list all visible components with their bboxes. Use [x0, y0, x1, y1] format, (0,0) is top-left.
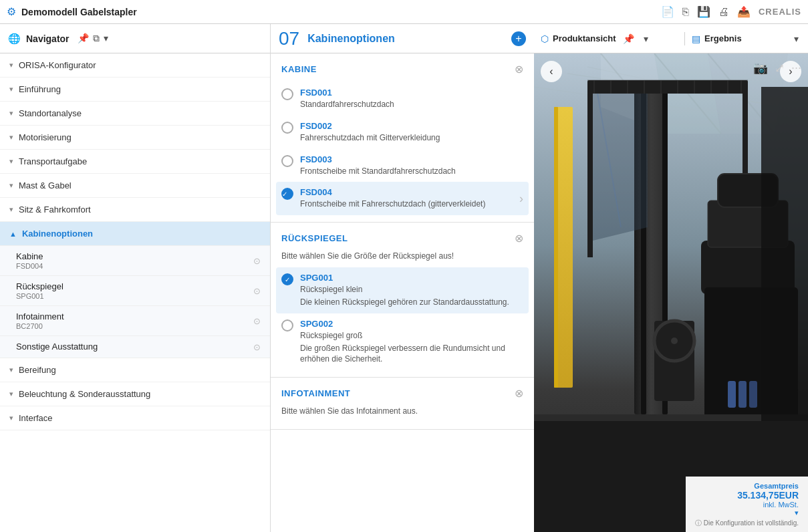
option-content-fsd003: FSD003 Frontscheibe mit Standardfahrersc… [300, 154, 523, 177]
pin-icon[interactable]: 📌 [78, 33, 89, 44]
sidebar-item-interface[interactable]: ▾ Interface [0, 406, 270, 430]
group-close-button[interactable]: ⊗ [515, 232, 523, 245]
price-label: Gesamtpreis [695, 482, 799, 490]
option-code: SPG002 [300, 319, 523, 329]
save-icon[interactable]: 💾 [697, 5, 710, 18]
pin-icon[interactable]: 📌 [620, 32, 637, 45]
sub-item-content: Kabine FSD004 [16, 251, 43, 270]
group-title-ruckspiegel: RÜCKSPIEGEL [281, 233, 348, 243]
svg-rect-24 [728, 381, 736, 408]
sidebar-item-label: Sitz & Fahrkomfort [19, 205, 91, 215]
chevron-down-icon[interactable]: ▾ [641, 32, 651, 45]
option-group-ruckspiegel: RÜCKSPIEGEL ⊗ Bitte wählen Sie die Größe… [271, 223, 534, 378]
sidebar-item-label: Einführung [19, 84, 61, 94]
sidebar-item-standort[interactable]: ▾ Standortanalyse [0, 102, 270, 126]
sub-item-name: Kabine [16, 251, 43, 261]
sub-item-infotainment[interactable]: Infotainment BC2700 ⊙ [0, 306, 270, 336]
option-content-spg001: SPG001 Rückspiegel klein Die kleinen Rüc… [300, 273, 523, 308]
view-3d-icon: ⬡ [541, 33, 549, 44]
content-area: 07 Kabinenoptionen + KABINE ⊗ FSD001 Sta… [271, 24, 534, 532]
sidebar-item-transport[interactable]: ▾ Transportaufgabe [0, 150, 270, 174]
price-box: Gesamtpreis 35.134,75EUR inkl. MwSt. ▾ ⓘ… [686, 477, 808, 532]
option-fsd003[interactable]: FSD003 Frontscheibe mit Standardfahrersc… [281, 149, 523, 182]
view-action-buttons: 📷 ⤢ ··· [753, 61, 801, 76]
option-fsd002[interactable]: FSD002 Fahrerschutzdach mit Gitterverkle… [281, 116, 523, 149]
svg-rect-15 [587, 80, 748, 94]
viewport-svg [534, 53, 808, 532]
sub-item-ruckspiegel[interactable]: Rückspiegel SPG001 ⊙ [0, 276, 270, 306]
sub-item-content: Rückspiegel SPG001 [16, 281, 63, 300]
sidebar-item-label: Beleuchtung & Sonderausstattung [19, 389, 150, 399]
sub-item-content: Infotainment BC2700 [16, 311, 64, 330]
sub-item-kabine[interactable]: Kabine FSD004 ⊙ [0, 246, 270, 276]
chevron-icon: ▾ [9, 181, 13, 190]
sidebar-item-motor[interactable]: ▾ Motorisierung [0, 126, 270, 150]
chevron-icon: ▾ [9, 109, 13, 118]
sub-item-name: Infotainment [16, 311, 64, 321]
sidebar-item-sitz[interactable]: ▾ Sitz & Fahrkomfort [0, 198, 270, 222]
globe-icon: 🌐 [8, 33, 21, 45]
export-icon[interactable]: 📤 [737, 5, 751, 18]
price-chevron-icon[interactable]: ▾ [695, 509, 799, 517]
chevron-icon: ▾ [9, 61, 13, 70]
sidebar-item-beleuchtung[interactable]: ▾ Beleuchtung & Sonderausstattung [0, 382, 270, 406]
svg-rect-26 [749, 381, 757, 408]
option-code: FSD003 [300, 154, 523, 164]
settings-icon: ⊙ [253, 342, 261, 352]
group-header-infotainment: INFOTAINMENT ⊗ [281, 387, 523, 400]
result-icon: ▤ [692, 33, 700, 44]
sidebar-item-orisa[interactable]: ▾ ORISA-Konfigurator [0, 53, 270, 78]
radio-fsd003[interactable] [281, 155, 293, 167]
sidebar-item-bereifung[interactable]: ▾ Bereifung [0, 358, 270, 382]
group-subtitle-ruckspiegel: Bitte wählen Sie die Größe der Rückspieg… [281, 251, 523, 261]
content-scroll: KABINE ⊗ FSD001 Standardfahrerschutzdach… [271, 53, 534, 532]
group-title-kabine: KABINE [281, 64, 317, 74]
main-layout: 🌐 Navigator 📌 ⧉ ▾ ▾ ORISA-Konfigurator ▾… [0, 24, 808, 532]
title-bar: ⚙ Demomodell Gabelstapler 📄 ⎘ 💾 🖨 📤 CREA… [0, 0, 808, 24]
chevron-icon: ▾ [9, 205, 13, 214]
group-close-button[interactable]: ⊗ [515, 63, 523, 76]
camera-icon[interactable]: 📷 [753, 61, 768, 76]
prev-view-button[interactable]: ‹ [541, 61, 562, 82]
duplicate-icon[interactable]: ⎘ [682, 6, 689, 18]
print-icon[interactable]: 🖨 [718, 6, 729, 18]
radio-spg001[interactable]: ✓ [281, 273, 293, 285]
right-panel-header: ⬡ Produktansicht 📌 ▾ ▤ Ergebnis ▾ [534, 24, 808, 53]
sidebar-item-kabinen[interactable]: ▲ Kabinenoptionen [0, 222, 270, 246]
sidebar-item-einfuehrung[interactable]: ▾ Einführung [0, 78, 270, 102]
option-code: FSD004 [300, 187, 517, 197]
option-content-fsd001: FSD001 Standardfahrerschutzdach [300, 88, 523, 110]
chevron-down-icon[interactable]: ▾ [791, 32, 801, 45]
sub-item-value: SPG001 [16, 292, 63, 300]
group-close-button[interactable]: ⊗ [515, 387, 523, 400]
option-spg001[interactable]: ✓ SPG001 Rückspiegel klein Die kleinen R… [276, 267, 529, 313]
chevron-icon: ▾ [9, 366, 13, 374]
add-section-button[interactable]: + [511, 31, 526, 46]
chevron-down-icon[interactable]: ▾ [104, 33, 108, 44]
more-options-icon[interactable]: ··· [791, 61, 801, 76]
radio-fsd001[interactable] [281, 88, 293, 100]
option-code: FSD002 [300, 121, 523, 131]
new-file-icon[interactable]: 📄 [661, 5, 674, 18]
sub-item-value: BC2700 [16, 322, 64, 330]
sub-item-name: Sonstige Ausstattung [16, 342, 98, 352]
option-fsd004[interactable]: ✓ FSD004 Frontscheibe mit Fahrerschutzda… [276, 182, 529, 215]
option-group-infotainment: INFOTAINMENT ⊗ Bitte wählen Sie das Info… [271, 378, 534, 430]
sidebar: 🌐 Navigator 📌 ⧉ ▾ ▾ ORISA-Konfigurator ▾… [0, 24, 271, 532]
expand-icon[interactable]: ⧉ [93, 33, 100, 44]
option-desc-line1: Rückspiegel klein [300, 284, 523, 295]
sidebar-item-mast[interactable]: ▾ Mast & Gabel [0, 174, 270, 198]
radio-fsd002[interactable] [281, 122, 293, 134]
radio-spg002[interactable] [281, 319, 293, 331]
sub-item-sonstige[interactable]: Sonstige Ausstattung ⊙ [0, 336, 270, 358]
price-value: 35.134,75EUR [695, 490, 799, 501]
fullscreen-icon[interactable]: ⤢ [775, 61, 785, 76]
title-bar-left: ⚙ Demomodell Gabelstapler [7, 5, 137, 18]
group-subtitle-infotainment: Bitte wählen Sie das Infotainment aus. [281, 406, 523, 416]
option-content-fsd002: FSD002 Fahrerschutzdach mit Gitterverkle… [300, 121, 523, 144]
right-panel: ⬡ Produktansicht 📌 ▾ ▤ Ergebnis ▾ ‹ › 📷 … [534, 24, 808, 532]
panel-section-produktansicht: ⬡ Produktansicht 📌 ▾ [534, 32, 685, 45]
option-spg002[interactable]: SPG002 Rückspiegel groß Die großen Rücks… [281, 313, 523, 370]
radio-fsd004[interactable]: ✓ [281, 188, 293, 200]
option-fsd001[interactable]: FSD001 Standardfahrerschutzdach [281, 82, 523, 116]
